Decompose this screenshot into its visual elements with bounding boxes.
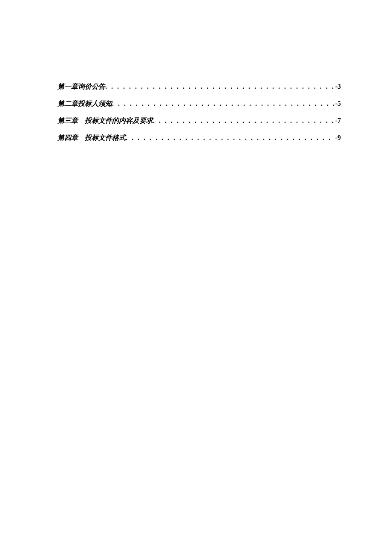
- toc-entry-title: 第四章 投标文件格式: [58, 134, 126, 141]
- toc-entry-title: 第二章投标人须知: [58, 100, 112, 107]
- toc-entry-title: 第三章 投标文件的内容及要求: [58, 117, 153, 124]
- toc-entry-page: -5: [334, 100, 341, 107]
- toc-entry: 第四章 投标文件格式 -9: [58, 134, 341, 141]
- toc-entry-page: -7: [334, 117, 341, 124]
- toc-entry-page: -3: [334, 83, 341, 90]
- toc-leader-dots: [153, 117, 334, 124]
- table-of-contents: 第一章询价公告 -3 第二章投标人须知 -5 第三章 投标文件的内容及要求 -7…: [58, 83, 341, 141]
- toc-entry: 第三章 投标文件的内容及要求 -7: [58, 117, 341, 124]
- toc-leader-dots: [126, 134, 334, 141]
- toc-entry: 第二章投标人须知 -5: [58, 100, 341, 107]
- toc-entry: 第一章询价公告 -3: [58, 83, 341, 90]
- toc-leader-dots: [105, 83, 334, 90]
- toc-entry-page: -9: [334, 134, 341, 141]
- toc-entry-title: 第一章询价公告: [58, 83, 105, 90]
- toc-leader-dots: [112, 100, 334, 107]
- document-page: 第一章询价公告 -3 第二章投标人须知 -5 第三章 投标文件的内容及要求 -7…: [0, 0, 392, 555]
